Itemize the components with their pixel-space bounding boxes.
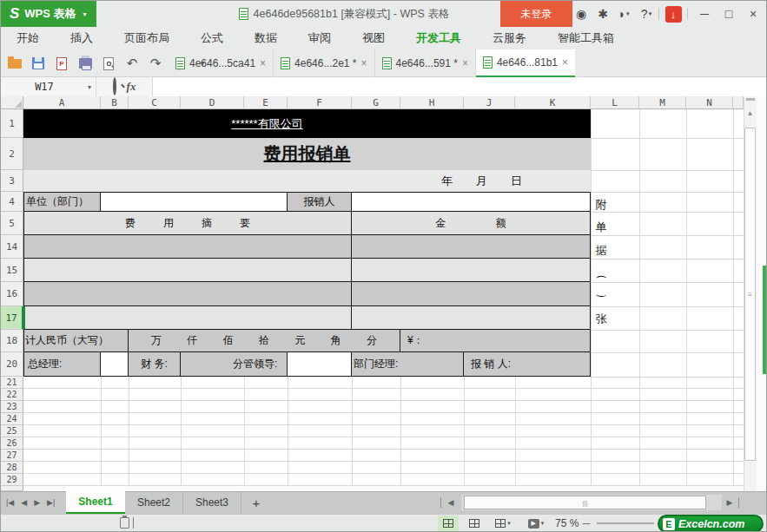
column-header-C[interactable]: C <box>129 96 181 109</box>
close-tab-icon[interactable]: × <box>462 57 468 69</box>
column-header-F[interactable]: F <box>288 96 352 109</box>
last-sheet-icon[interactable]: ▶| <box>47 498 55 507</box>
empty-rows-area[interactable] <box>23 377 744 487</box>
add-sheet-button[interactable]: + <box>248 491 265 514</box>
open-folder-icon[interactable] <box>6 55 23 72</box>
name-box[interactable]: W17 ▾ <box>1 77 96 96</box>
column-header-N[interactable]: N <box>686 96 733 109</box>
help-icon[interactable]: ?▾ <box>636 1 657 27</box>
cell-digit-columns[interactable]: 万仟佰拾元角分 <box>129 330 400 352</box>
row-header-20[interactable]: 20 <box>1 352 23 377</box>
row-header-4[interactable]: 4 <box>1 192 23 212</box>
cell-form-title[interactable]: 费用报销单 <box>23 138 591 170</box>
row-header-18[interactable]: 18 <box>1 330 23 352</box>
maximize-button[interactable]: □ <box>718 1 739 27</box>
cell-date-line[interactable]: 年月日 <box>23 170 591 192</box>
minimize-button[interactable]: ─ <box>694 1 715 27</box>
cell-attach-char-3[interactable]: 据 <box>594 243 608 259</box>
row-header-14[interactable]: 14 <box>1 235 23 259</box>
column-header-D[interactable]: D <box>181 96 244 109</box>
cell-amount-row-15[interactable] <box>352 259 591 282</box>
vertical-scrollbar-thumb[interactable]: ≡ <box>744 128 756 461</box>
sheet-tab-sheet3[interactable]: Sheet3 <box>183 491 241 514</box>
cell-attach-char-1[interactable]: 附 <box>594 197 608 213</box>
scroll-right-icon[interactable]: ▶ <box>724 491 736 514</box>
cell-supervisor[interactable]: 分管领导: <box>181 352 288 377</box>
row-header-26[interactable]: 26 <box>1 437 23 450</box>
settings-gear-icon[interactable]: ✱ <box>592 1 613 27</box>
split-view-button[interactable]: ▾ <box>490 516 516 531</box>
column-header-A[interactable]: A <box>23 96 101 109</box>
cell-amount-row-14[interactable] <box>352 235 591 259</box>
cell-claimant-label[interactable]: 报销人 <box>288 192 352 212</box>
search-replace-icon[interactable] <box>113 79 116 95</box>
feedback-icon[interactable]: ◉ <box>571 1 592 27</box>
sheet-tab-sheet1[interactable]: Sheet1 <box>66 491 125 514</box>
menu-data[interactable]: 数据 <box>255 30 277 46</box>
login-button[interactable]: 未登录 <box>500 1 572 27</box>
cell-amount-header[interactable]: 金额 <box>352 212 591 235</box>
menu-formulas[interactable]: 公式 <box>201 30 223 46</box>
page-break-view-button[interactable] <box>464 516 485 531</box>
menu-cloud[interactable]: 云服务 <box>493 30 526 46</box>
cell-attach-paren-close[interactable]: ） <box>594 291 608 306</box>
document-tab-2[interactable]: 4e646...2e1 * × <box>274 49 374 77</box>
cell-attach-paren-open[interactable]: （ <box>594 266 608 282</box>
redo-icon[interactable]: ↷ <box>147 55 164 72</box>
cell-expense-row-14[interactable] <box>23 235 352 259</box>
sheet-tab-sheet2[interactable]: Sheet2 <box>125 491 183 514</box>
document-tab-1[interactable]: 4e646...5ca41 × <box>169 49 274 77</box>
close-tab-icon[interactable]: × <box>562 56 568 69</box>
zoom-out-icon[interactable]: ─ <box>579 514 593 532</box>
cell-expense-row-16[interactable] <box>23 282 352 306</box>
prev-sheet-icon[interactable]: ◀ <box>21 498 27 507</box>
cell-finance[interactable]: 财 务: <box>129 352 181 377</box>
next-sheet-icon[interactable]: ▶ <box>34 498 40 507</box>
row-header-16[interactable]: 16 <box>1 282 23 306</box>
document-tab-3[interactable]: 4e646...591 * × <box>375 49 476 77</box>
cell-attach-char-2[interactable]: 单 <box>594 220 608 235</box>
document-tab-4-active[interactable]: 4e646...81b1 × <box>476 49 575 77</box>
row-header-25[interactable]: 25 <box>1 425 23 437</box>
presenter-view-button[interactable]: ▶▾ <box>523 516 549 531</box>
cell-claimant-value[interactable] <box>352 192 591 212</box>
menu-view[interactable]: 视图 <box>362 30 385 46</box>
close-tab-icon[interactable]: × <box>260 57 266 69</box>
chevron-down-icon[interactable]: ▾ <box>88 83 96 91</box>
menu-page-layout[interactable]: 页面布局 <box>124 30 169 46</box>
cell-total-caps-label[interactable]: 计人民币（大写） <box>23 330 129 352</box>
cell-dept-label[interactable]: 单位（部门） <box>23 192 101 212</box>
skin-theme-icon[interactable]: ◗▾ <box>613 1 634 27</box>
close-button[interactable]: × <box>743 1 764 27</box>
clipboard-status-icon[interactable] <box>120 517 129 529</box>
menu-developer-tools[interactable]: 开发工具 <box>416 30 461 46</box>
formula-input[interactable] <box>153 77 767 96</box>
zoom-slider[interactable] <box>597 522 654 524</box>
cell-amount-row-17[interactable] <box>352 306 591 330</box>
cell-expense-row-15[interactable] <box>23 259 352 282</box>
row-header-1[interactable]: 1 <box>1 109 23 138</box>
insert-function-icon[interactable]: fx <box>127 80 136 94</box>
print-preview-icon[interactable] <box>100 55 117 72</box>
row-header-3[interactable]: 3 <box>1 170 23 192</box>
row-header-22[interactable]: 22 <box>1 389 23 401</box>
row-header-21[interactable]: 21 <box>1 377 23 389</box>
split-handle[interactable] <box>738 497 739 508</box>
menu-smart-toolbox[interactable]: 智能工具箱 <box>558 30 614 46</box>
cell-dept-value[interactable] <box>101 192 288 212</box>
save-icon[interactable] <box>30 55 47 72</box>
cell-amount-row-16[interactable] <box>352 282 591 306</box>
cell-general-manager[interactable]: 总经理: <box>23 352 101 377</box>
wps-app-menu-button[interactable]: S WPS 表格 ▾ <box>1 1 96 27</box>
cell-department-manager[interactable]: 部门经理: <box>352 352 464 377</box>
menu-insert[interactable]: 插入 <box>70 30 93 46</box>
cell-attach-char-6[interactable]: 张 <box>594 312 608 327</box>
scroll-left-icon[interactable]: ◀ <box>445 491 457 514</box>
row-header-24[interactable]: 24 <box>1 413 23 425</box>
split-handle[interactable] <box>746 98 755 101</box>
undo-icon[interactable]: ↶ <box>123 55 141 72</box>
menu-review[interactable]: 审阅 <box>308 30 331 46</box>
column-header-E[interactable]: E <box>244 96 288 109</box>
row-header-29[interactable]: 29 <box>1 474 23 486</box>
row-header-15[interactable]: 15 <box>1 259 23 282</box>
